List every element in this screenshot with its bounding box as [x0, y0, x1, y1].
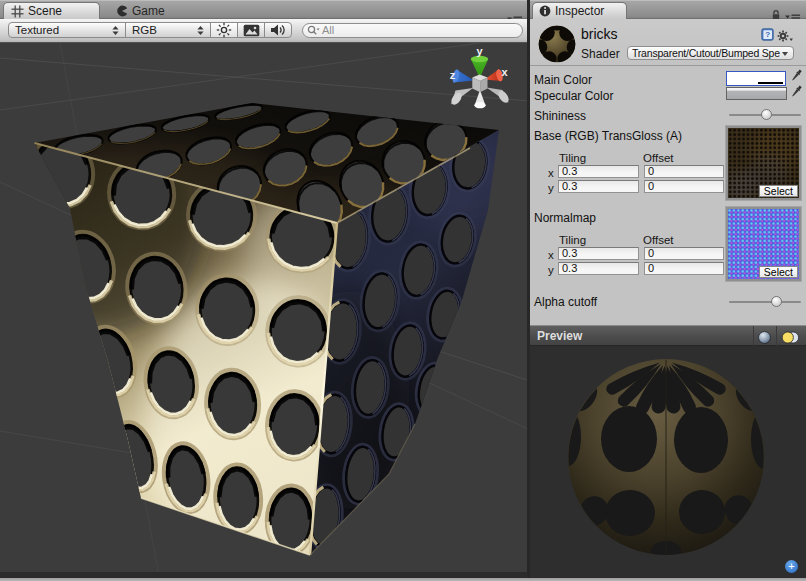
svg-text:y: y [476, 45, 483, 57]
svg-text:x: x [501, 66, 508, 78]
svg-text:z: z [450, 69, 456, 81]
svg-text:?: ? [765, 30, 770, 39]
